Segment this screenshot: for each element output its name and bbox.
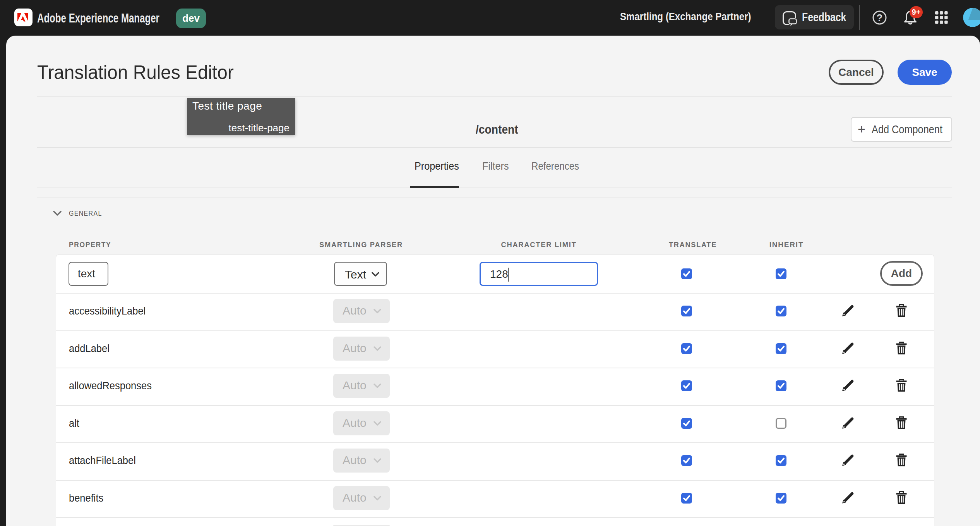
- svg-text:?: ?: [877, 12, 883, 24]
